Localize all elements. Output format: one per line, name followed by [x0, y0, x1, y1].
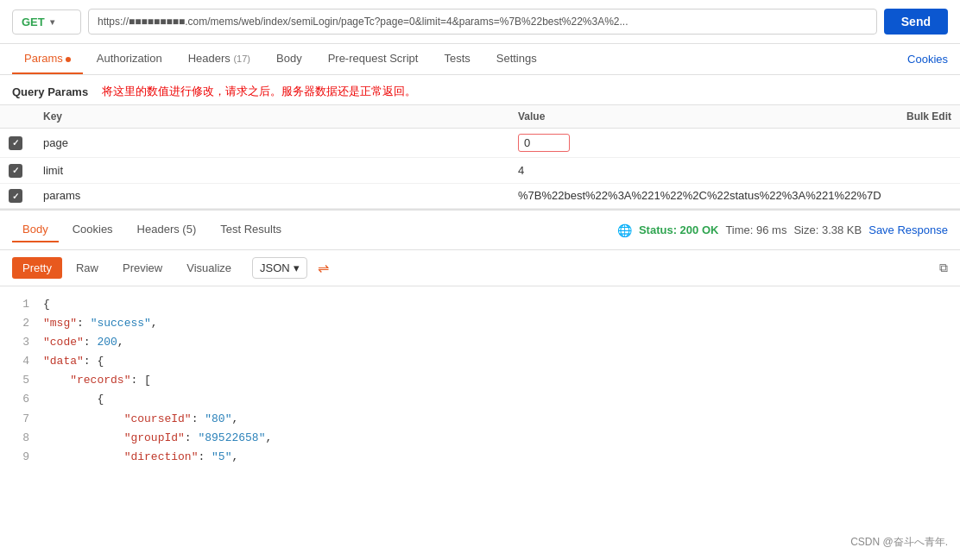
table-row: params %7B%22best%22%3A%221%22%2C%22stat…: [0, 183, 960, 209]
copy-icon[interactable]: ⧉: [939, 261, 948, 275]
row1-bulk: [890, 129, 960, 158]
tab-headers[interactable]: Headers (17): [176, 44, 262, 74]
row3-checkbox[interactable]: [9, 189, 22, 203]
response-meta: 🌐 Status: 200 OK Time: 96 ms Size: 3.38 …: [617, 223, 948, 237]
tab-params[interactable]: Params: [12, 44, 83, 74]
response-bar: Body Cookies Headers (5) Test Results 🌐 …: [0, 209, 960, 250]
format-bar: Pretty Raw Preview Visualize JSON ▾ ⇌ ⧉: [0, 250, 960, 286]
params-table: Key Value Bulk Edit page limit 4: [0, 104, 960, 209]
request-tabs: Params Authorization Headers (17) Body P…: [0, 44, 960, 75]
tab-authorization-label: Authorization: [97, 52, 162, 65]
json-line-2: 2 "msg": "success",: [12, 314, 948, 333]
resp-tab-headers[interactable]: Headers (5): [127, 217, 207, 242]
row3-key: params: [35, 183, 509, 209]
method-select[interactable]: GET ▾: [12, 9, 81, 35]
row1-value-input[interactable]: [518, 134, 570, 152]
query-params-header: Query Params 将这里的数值进行修改，请求之后。服务器数据还是正常返回…: [0, 75, 960, 104]
resp-tab-body[interactable]: Body: [12, 217, 59, 242]
fmt-tab-raw[interactable]: Raw: [66, 257, 109, 279]
url-input[interactable]: [88, 9, 877, 35]
row1-checkbox[interactable]: [9, 136, 22, 150]
row1-value[interactable]: [509, 129, 890, 158]
col-bulk-edit: Bulk Edit: [890, 105, 960, 129]
row3-value: %7B%22best%22%3A%221%22%2C%22status%22%3…: [509, 183, 890, 209]
resp-tab-cookies[interactable]: Cookies: [62, 217, 123, 242]
tab-body-label: Body: [276, 52, 302, 65]
time-meta: Time: 96 ms: [725, 223, 786, 236]
col-value: Value: [509, 105, 890, 129]
fmt-tab-visualize[interactable]: Visualize: [176, 257, 242, 279]
status-badge: Status: 200 OK: [639, 223, 718, 236]
row2-checkbox[interactable]: [9, 164, 22, 178]
query-params-title: Query Params: [12, 85, 88, 98]
row1-check-cell: [0, 129, 35, 158]
json-line-6: 6 {: [12, 390, 948, 409]
row2-bulk: [890, 158, 960, 184]
size-meta: Size: 3.38 KB: [793, 223, 862, 236]
json-line-5: 5 "records": [: [12, 371, 948, 390]
method-chevron-icon: ▾: [50, 17, 54, 27]
tab-pre-request-label: Pre-request Script: [328, 52, 419, 65]
cookies-link[interactable]: Cookies: [907, 45, 948, 73]
save-response-link[interactable]: Save Response: [868, 223, 948, 236]
json-line-8: 8 "groupId": "89522658",: [12, 429, 948, 448]
tab-headers-label: Headers: [188, 52, 234, 65]
query-params-annotation: 将这里的数值进行修改，请求之后。服务器数据还是正常返回。: [102, 84, 416, 99]
row2-value: 4: [509, 158, 890, 184]
url-bar: GET ▾ Send: [0, 0, 960, 44]
tab-pre-request[interactable]: Pre-request Script: [316, 44, 431, 74]
tab-settings-label: Settings: [496, 52, 537, 65]
tab-params-label: Params: [24, 52, 63, 65]
col-check: [0, 105, 35, 129]
tab-authorization[interactable]: Authorization: [85, 44, 174, 74]
json-line-1: 1 {: [12, 295, 948, 314]
json-format-select[interactable]: JSON ▾: [252, 257, 307, 279]
params-dot: [66, 57, 71, 62]
resp-tab-test-results[interactable]: Test Results: [210, 217, 292, 242]
json-line-7: 7 "courseId": "80",: [12, 410, 948, 429]
method-label: GET: [22, 16, 45, 28]
row3-check-cell: [0, 183, 35, 209]
table-row: limit 4: [0, 158, 960, 184]
send-button[interactable]: Send: [884, 9, 948, 35]
filter-icon[interactable]: ⇌: [318, 260, 329, 276]
tab-settings[interactable]: Settings: [484, 44, 549, 74]
headers-badge: (17): [233, 53, 250, 64]
fmt-tab-pretty[interactable]: Pretty: [12, 257, 62, 279]
row2-check-cell: [0, 158, 35, 184]
row3-bulk: [890, 183, 960, 209]
globe-icon: 🌐: [617, 223, 632, 237]
fmt-tab-preview[interactable]: Preview: [112, 257, 173, 279]
json-line-9: 9 "direction": "5",: [12, 448, 948, 467]
tab-tests[interactable]: Tests: [432, 44, 482, 74]
row1-key: page: [35, 129, 509, 158]
json-body: 1 { 2 "msg": "success", 3 "code": 200, 4…: [0, 286, 960, 475]
json-line-4: 4 "data": {: [12, 352, 948, 371]
json-chevron-icon: ▾: [294, 261, 300, 274]
tab-tests-label: Tests: [444, 52, 470, 65]
json-line-3: 3 "code": 200,: [12, 333, 948, 352]
table-row: page: [0, 129, 960, 158]
row2-key: limit: [35, 158, 509, 184]
tab-body[interactable]: Body: [264, 44, 314, 74]
col-key: Key: [35, 105, 509, 129]
json-format-label: JSON: [260, 261, 290, 274]
